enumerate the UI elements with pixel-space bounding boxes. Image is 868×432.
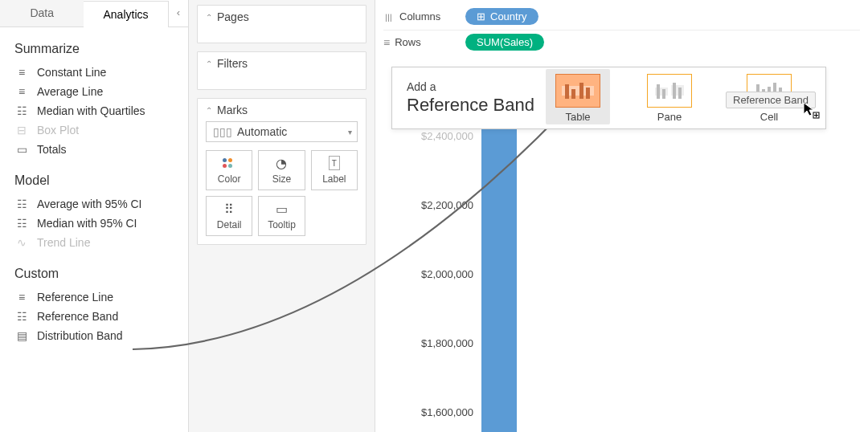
marks-label[interactable]: TLabel [311, 150, 358, 190]
pill-sum-sales[interactable]: SUM(Sales) [465, 34, 544, 51]
collapse-sidebar-icon[interactable]: ‹ [169, 0, 188, 26]
marks-card: ⌃Marks ▯▯▯ Automatic ▾ Color ◔Size TLabe… [197, 98, 366, 245]
columns-icon: ⫼ [383, 10, 395, 23]
dist-band-icon: ▤ [14, 329, 29, 342]
svg-rect-8 [662, 89, 665, 99]
ref-line-icon: ≡ [14, 291, 29, 304]
y-axis-label: $2,200,000 [421, 199, 473, 211]
median-quartiles-icon: ☷ [14, 104, 29, 117]
ref-band-icon: ☷ [14, 310, 29, 323]
chevron-down-icon: ⌃ [206, 106, 212, 115]
marks-detail[interactable]: ⠿Detail [206, 196, 252, 236]
chevron-down-icon: ⌃ [206, 59, 212, 68]
item-box-plot: ⊟Box Plot [14, 120, 174, 140]
drop-pane[interactable]: Pane [637, 74, 702, 123]
item-totals[interactable]: ▭Totals [14, 140, 174, 159]
section-model: Model ☷Average with 95% CI ☷Median with … [0, 159, 188, 252]
item-average-line[interactable]: ≡Average Line [14, 82, 174, 101]
marks-color[interactable]: Color [206, 150, 252, 190]
item-reference-band[interactable]: ☷Reference Band [14, 307, 174, 326]
average-line-icon: ≡ [14, 85, 29, 98]
y-axis-label: $1,600,000 [421, 406, 473, 418]
svg-rect-4 [586, 88, 590, 99]
cards-column: ⌃Pages ⌃Filters ⌃Marks ▯▯▯ Automatic ▾ C… [189, 0, 375, 432]
section-summarize: Summarize ≡Constant Line ≡Average Line ☷… [0, 27, 188, 159]
drop-pane-thumb-icon [647, 74, 692, 108]
item-median-quartiles[interactable]: ☷Median with Quartiles [14, 101, 174, 120]
svg-rect-1 [565, 84, 569, 99]
marks-size[interactable]: ◔Size [258, 150, 305, 190]
size-icon: ◔ [276, 156, 287, 170]
box-plot-icon: ⊟ [14, 124, 29, 137]
y-axis-label: $2,400,000 [421, 130, 473, 142]
filters-card[interactable]: ⌃Filters [197, 51, 366, 90]
pill-country[interactable]: ⊞Country [465, 8, 538, 25]
reference-band-drop-overlay: Add a Reference Band Table Pane [391, 67, 826, 129]
svg-rect-10 [678, 88, 682, 99]
rows-icon: ≡ [383, 36, 390, 49]
y-axis-label: $2,000,000 [421, 268, 473, 280]
item-constant-line[interactable]: ≡Constant Line [14, 63, 174, 82]
drop-table[interactable]: Table [546, 69, 610, 124]
tab-analytics[interactable]: Analytics [84, 1, 168, 27]
bar-country[interactable] [481, 121, 517, 432]
sidebar-tabs: Data Analytics ‹ [0, 0, 188, 27]
marks-tooltip[interactable]: ▭Tooltip [258, 196, 305, 236]
item-trend-line: ∿Trend Line [14, 233, 174, 252]
svg-rect-9 [673, 83, 676, 99]
section-title: Custom [14, 260, 174, 281]
item-average-ci[interactable]: ☷Average with 95% CI [14, 194, 174, 214]
svg-rect-3 [579, 83, 583, 99]
item-median-ci[interactable]: ☷Median with 95% CI [14, 214, 174, 233]
detail-icon: ⠿ [224, 202, 234, 216]
chart-zone: Add a Reference Band Table Pane [375, 55, 868, 432]
item-distribution-band[interactable]: ▤Distribution Band [14, 326, 174, 345]
svg-rect-2 [571, 89, 575, 99]
color-icon [223, 156, 235, 170]
section-title: Model [14, 167, 174, 188]
item-reference-line[interactable]: ≡Reference Line [14, 287, 174, 307]
trend-line-icon: ∿ [14, 236, 29, 249]
cursor-icon [802, 101, 820, 122]
rows-shelf[interactable]: ≡Rows SUM(Sales) [383, 31, 860, 55]
pages-card[interactable]: ⌃Pages [197, 5, 366, 43]
analytics-sidebar: Data Analytics ‹ Summarize ≡Constant Lin… [0, 0, 189, 432]
section-custom: Custom ≡Reference Line ☷Reference Band ▤… [0, 252, 188, 345]
section-title: Summarize [14, 35, 174, 56]
chart: $2,400,000$2,200,000$2,000,000$1,800,000… [424, 132, 836, 432]
bar-icon: ▯▯▯ [213, 125, 232, 138]
y-axis-label: $1,800,000 [421, 337, 473, 349]
median-ci-icon: ☷ [14, 217, 29, 230]
chevron-down-icon: ⌃ [206, 13, 212, 22]
viz-area: ⫼Columns ⊞Country ≡Rows SUM(Sales) Add a… [375, 0, 868, 432]
label-icon: T [329, 156, 340, 170]
average-ci-icon: ☷ [14, 198, 29, 210]
svg-rect-7 [657, 84, 660, 99]
dropdown-arrow-icon: ▾ [348, 128, 352, 137]
columns-shelf[interactable]: ⫼Columns ⊞Country [383, 5, 860, 31]
totals-icon: ▭ [14, 143, 29, 156]
constant-line-icon: ≡ [14, 66, 29, 79]
marks-type-dropdown[interactable]: ▯▯▯ Automatic ▾ [206, 121, 358, 142]
tab-data[interactable]: Data [0, 0, 84, 26]
tooltip-icon: ▭ [276, 202, 288, 216]
drop-table-thumb-icon [555, 74, 600, 108]
